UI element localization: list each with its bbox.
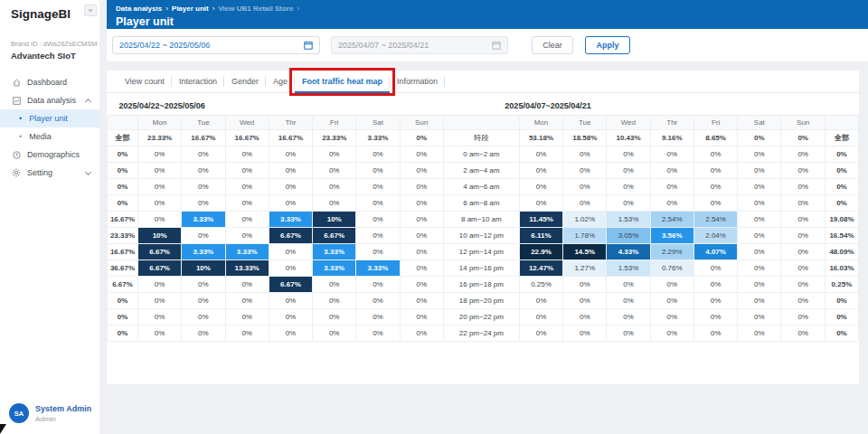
time-slot-label: 12 pm~14 pm (443, 243, 519, 259)
filter-bar: 2025/04/22 ~ 2025/05/06 2025/04/07 ~ 202… (107, 29, 868, 61)
sidebar-item-setting[interactable]: Setting (0, 164, 99, 182)
heatmap-cell: 0% (356, 308, 400, 325)
heatmap-cell: 12.47% (519, 259, 562, 276)
heatmap-cell: 0% (650, 325, 693, 341)
heatmap-cell: 0% (563, 194, 607, 211)
heatmap-cell: 0% (693, 178, 737, 194)
heatmap-cell: 3.33% (225, 243, 269, 259)
heatmap-cell: 0% (225, 146, 269, 162)
tab-foot-traffic-heat-map[interactable]: Foot traffic heat map (295, 71, 390, 93)
tab-age[interactable]: Age (266, 71, 295, 93)
heatmap-cell: 0% (138, 325, 182, 341)
heatmap-cell: 0% (182, 325, 225, 341)
heatmap-cell: 0% (269, 178, 312, 194)
heatmap-cell: 0% (607, 178, 650, 194)
tab-interaction[interactable]: Interaction (172, 71, 224, 93)
day-header: Fri (313, 115, 356, 129)
clear-button[interactable]: Clear (532, 36, 573, 54)
row-total: 0% (108, 146, 138, 162)
tab-information[interactable]: Information (390, 71, 445, 93)
breadcrumb-item[interactable]: Player unit (172, 5, 209, 13)
sidebar-item-media[interactable]: • Media (0, 127, 99, 146)
heatmap-cell: 0% (356, 243, 400, 259)
heatmap-cell: 0% (225, 325, 269, 341)
tab-view-count[interactable]: View count (118, 71, 172, 93)
heatmap-cell: 0% (400, 227, 443, 243)
heatmap-cell: 0% (225, 292, 269, 308)
heatmap-cell: 0% (693, 325, 737, 341)
heatmap-cell: 2.29% (650, 243, 693, 259)
main-content: Data analysis›Player unit›View UB1 Retai… (107, 0, 868, 434)
heatmap-cell: 0% (269, 325, 312, 341)
sidebar-item-label: Dashboard (27, 78, 67, 87)
heatmap-cell: 0% (519, 325, 562, 341)
row-total: 0% (108, 292, 138, 308)
time-slot-label: 4 am~6 am (443, 178, 519, 194)
day-header: Sun (400, 115, 443, 129)
heatmap-cell: 10% (313, 211, 356, 227)
day-total: 9.16% (650, 129, 693, 146)
heatmap-cell: 0% (519, 146, 562, 162)
sidebar-item-player-unit[interactable]: • Player unit (0, 109, 99, 127)
heatmap-cell: 0% (269, 162, 312, 178)
heatmap-cell: 0% (356, 276, 400, 292)
day-total: 8.65% (693, 129, 737, 146)
tab-gender[interactable]: Gender (224, 71, 266, 93)
apply-button[interactable]: Apply (585, 36, 630, 54)
heatmap-cell: 0% (693, 292, 737, 308)
breadcrumb-item[interactable]: View UB1 Retail Store (218, 5, 293, 13)
heatmap-cell: 0% (225, 162, 269, 178)
sidebar-item-demographics[interactable]: Demographics (0, 146, 99, 164)
heatmap-cell: 0% (693, 276, 737, 292)
breadcrumb-item[interactable]: Data analysis (116, 5, 162, 13)
heatmap-row: 6.67%0%0%0%6.67%0%0%0%16 pm~18 pm0.25%0%… (108, 276, 859, 292)
sidebar-item-data-analysis[interactable]: Data analysis (0, 91, 99, 109)
heatmap-cell: 6.67% (138, 243, 182, 259)
heatmap-cell: 0% (225, 276, 269, 292)
heatmap-cell: 0% (738, 243, 781, 259)
heatmap-cell: 0% (519, 308, 562, 325)
home-icon (12, 78, 21, 87)
row-total: 0.25% (825, 276, 858, 292)
day-header: Tue (182, 115, 225, 129)
heatmap-cell: 2.04% (693, 227, 737, 243)
sidebar-collapse-button[interactable]: « (84, 5, 97, 16)
sidebar-item-dashboard[interactable]: Dashboard (0, 73, 99, 91)
heatmap-cell: 0% (269, 292, 312, 308)
heatmap-cell: 0% (182, 194, 225, 211)
heatmap-cell: 0% (607, 325, 650, 341)
date-range-picker-compare[interactable]: 2025/04/07 ~ 2025/04/21 (331, 36, 508, 54)
heatmap-cell: 1.78% (563, 227, 607, 243)
date-range-picker-primary[interactable]: 2025/04/22 ~ 2025/05/06 (112, 36, 320, 54)
heatmap-cell: 1.53% (607, 211, 650, 227)
heatmap-cell: 14.5% (563, 243, 607, 259)
row-total: 0% (825, 146, 858, 162)
time-slot-label: 14 pm~16 pm (443, 259, 519, 276)
heatmap-cell: 0% (269, 259, 312, 276)
day-total: 53.18% (519, 129, 562, 146)
chevron-up-icon (85, 98, 91, 104)
user-profile[interactable]: SA System Admin Admin (0, 403, 99, 423)
row-total: 16.67% (108, 243, 138, 259)
heatmap-cell: 0% (400, 194, 443, 211)
heatmap-cell: 0% (356, 146, 400, 162)
heatmap-cell: 0% (138, 292, 182, 308)
heatmap-cell: 1.02% (563, 211, 607, 227)
heatmap-cell: 0% (563, 276, 607, 292)
heatmap-row: 0%0%0%0%0%0%0%0%20 pm~22 pm0%0%0%0%0%0%0… (108, 308, 859, 325)
heatmap-cell: 0% (781, 162, 825, 178)
heatmap-cell: 0% (356, 178, 400, 194)
heatmap-cell: 0% (781, 292, 825, 308)
heatmap-cell: 2.54% (693, 211, 737, 227)
row-total: 6.67% (108, 276, 138, 292)
day-total: 16.67% (225, 129, 269, 146)
time-slot-label: 6 am~8 am (443, 194, 519, 211)
day-header: Wed (225, 115, 269, 129)
row-total: 0% (108, 162, 138, 178)
heatmap-cell: 0% (738, 259, 781, 276)
heatmap-cell: 0% (313, 276, 356, 292)
time-slot-label: 22 pm~24 pm (443, 325, 519, 341)
row-total: 0% (825, 325, 858, 341)
heatmap-cell: 0% (563, 178, 607, 194)
row-total: 0% (825, 178, 858, 194)
